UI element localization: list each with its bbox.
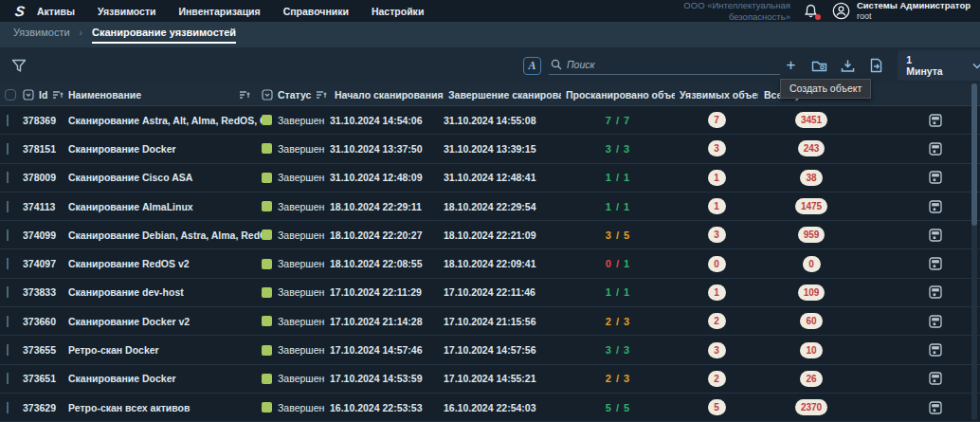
search-box [549, 57, 780, 75]
status-label: Завершен [278, 316, 324, 327]
row-report-icon[interactable] [929, 142, 942, 156]
row-report-icon[interactable] [929, 285, 942, 299]
scan-name[interactable]: Сканирование Debian, Astra, Alma, RedOS … [68, 229, 262, 241]
total-vulnerabilities-badge: 10 [800, 342, 822, 358]
sort-icon[interactable] [239, 90, 250, 100]
row-report-icon[interactable] [929, 343, 942, 357]
add-button[interactable]: + [780, 54, 802, 77]
row-checkbox[interactable] [7, 115, 9, 126]
column-header-status[interactable]: Статус [262, 89, 330, 101]
row-report-icon[interactable] [929, 401, 942, 414]
table-row[interactable]: 374099 Сканирование Debian, Astra, Alma,… [0, 221, 980, 249]
row-report-icon[interactable] [929, 257, 942, 270]
search-icon [551, 59, 562, 70]
status-label: Завершен [278, 143, 324, 155]
nav-item-inventory[interactable]: Инвентаризация [178, 6, 260, 17]
breadcrumb-current-tab[interactable]: Сканирование уязвимостей [92, 27, 236, 44]
row-checkbox[interactable] [7, 316, 9, 327]
sort-icon[interactable] [316, 90, 327, 100]
table-row[interactable]: 374097 Сканирование RedOS v2 Завершен 18… [0, 249, 980, 278]
column-filter-icon[interactable] [262, 89, 273, 101]
row-report-icon[interactable] [929, 229, 942, 242]
scrollbar-thumb[interactable] [971, 83, 977, 226]
row-report-icon[interactable] [929, 315, 942, 328]
table-row[interactable]: 373833 Сканирование dev-host Завершен 17… [0, 279, 980, 307]
scan-name[interactable]: Сканирование Cisco ASA [68, 172, 262, 183]
table-row[interactable]: 378009 Сканирование Cisco ASA Завершен 3… [0, 164, 980, 193]
nav-item-assets[interactable]: Активы [37, 6, 75, 17]
row-checkbox[interactable] [7, 172, 9, 183]
sort-icon[interactable] [52, 90, 64, 100]
total-vulnerabilities-badge: 959 [798, 227, 826, 243]
row-checkbox[interactable] [7, 229, 9, 241]
row-checkbox[interactable] [7, 143, 9, 155]
row-checkbox[interactable] [7, 258, 9, 269]
column-filter-icon[interactable] [23, 89, 34, 101]
scan-name[interactable]: Ретро-скан Docker [68, 344, 262, 356]
vulnerable-objects-badge: 1 [708, 170, 726, 186]
scan-name[interactable]: Ретро-скан всех активов [68, 402, 262, 413]
scan-start-time: 18.10.2024 22:20:27 [330, 229, 444, 241]
row-checkbox[interactable] [7, 344, 9, 356]
table-row[interactable]: 378151 Сканирование Docker Завершен 31.1… [0, 135, 980, 163]
notification-badge [815, 14, 821, 20]
column-header-name[interactable]: Наименование [68, 89, 262, 101]
row-report-icon[interactable] [929, 200, 942, 213]
column-header-id[interactable]: Id [23, 89, 68, 101]
scan-name[interactable]: Сканирование Docker v2 [68, 316, 262, 327]
scan-name[interactable]: Сканирование RedOS v2 [68, 258, 262, 269]
filter-icon[interactable] [11, 59, 27, 73]
nav-item-references[interactable]: Справочники [283, 6, 349, 17]
table-row[interactable]: 373629 Ретро-скан всех активов Завершен … [0, 394, 980, 422]
export-report-button[interactable] [865, 54, 887, 77]
total-vulnerabilities-badge: 0 [803, 256, 821, 272]
row-report-icon[interactable] [929, 114, 942, 127]
organization-name: ООО «Интеллектуальнаябезопасность» [683, 0, 790, 22]
search-mode-button[interactable]: A [523, 57, 541, 75]
user-name: Системы Администратор [857, 0, 971, 10]
column-header-vuln-objects[interactable]: Уязвимых объектов [675, 89, 758, 101]
total-vulnerabilities-badge: 2370 [795, 399, 827, 415]
scan-name[interactable]: Сканирование Docker [68, 373, 262, 384]
table-row[interactable]: 373651 Сканирование Docker Завершен 17.1… [0, 365, 980, 394]
row-checkbox[interactable] [7, 402, 9, 413]
file-export-icon [869, 58, 883, 73]
table-row[interactable]: 373660 Сканирование Docker v2 Завершен 1… [0, 307, 980, 336]
status-label: Завершен [278, 229, 324, 241]
column-header-start[interactable]: Начало сканирования [330, 89, 444, 101]
scan-end-time: 18.10.2024 22:09:41 [444, 258, 561, 269]
status-square-icon [262, 229, 272, 240]
row-checkbox[interactable] [7, 373, 9, 384]
column-header-scanned[interactable]: Просканировано объектов [561, 89, 675, 101]
refresh-interval-select[interactable]: 1 Минута [898, 50, 980, 81]
row-report-icon[interactable] [929, 372, 942, 385]
app-logo[interactable]: S [14, 3, 25, 19]
scan-name[interactable]: Сканирование Docker [68, 143, 262, 155]
nav-item-settings[interactable]: Настройки [372, 6, 424, 17]
scan-id: 373629 [23, 402, 68, 413]
download-button[interactable] [837, 54, 859, 77]
row-checkbox[interactable] [7, 201, 9, 212]
scan-name[interactable]: Сканирование dev-host [68, 286, 262, 298]
notifications-button[interactable] [804, 4, 819, 19]
create-object-button[interactable] [808, 54, 830, 77]
column-filter-icon[interactable] [758, 89, 759, 101]
user-menu[interactable]: Системы Администратор root [832, 0, 971, 21]
table-row[interactable]: 378369 Сканирование Astra, Alt, Alma, Re… [0, 106, 980, 135]
vulnerable-objects-badge: 3 [708, 227, 726, 243]
vertical-scrollbar[interactable] [971, 83, 977, 420]
column-header-end[interactable]: Завершение сканирования [444, 89, 561, 101]
table-row[interactable]: 374113 Сканирование AlmaLinux Завершен 1… [0, 193, 980, 221]
breadcrumb-parent[interactable]: Уязвимости [13, 27, 70, 38]
row-checkbox[interactable] [7, 286, 9, 298]
status-badge: Завершен [262, 115, 330, 126]
row-report-icon[interactable] [929, 171, 942, 184]
select-all-checkbox[interactable] [5, 89, 16, 101]
top-bar: S Активы Уязвимости Инвентаризация Справ… [0, 0, 980, 22]
nav-item-vulnerabilities[interactable]: Уязвимости [98, 6, 156, 17]
scan-name[interactable]: Сканирование Astra, Alt, Alma, RedOS, Or… [68, 115, 262, 126]
search-input[interactable] [567, 59, 756, 70]
table-row[interactable]: 373655 Ретро-скан Docker Завершен 17.10.… [0, 336, 980, 364]
scanned-objects-value: 1 / 1 [561, 286, 675, 298]
scan-name[interactable]: Сканирование AlmaLinux [68, 201, 262, 212]
